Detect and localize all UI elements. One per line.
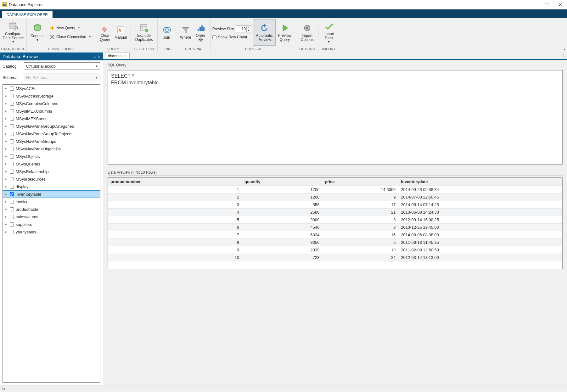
join-button[interactable]: Join [160, 19, 174, 46]
column-header-inventorydate[interactable]: inventorydate [398, 178, 562, 186]
tree-item-checkbox[interactable] [10, 192, 14, 196]
document-tab-dbdemo[interactable]: dbdemo ✕ [105, 53, 130, 59]
show-row-count-input[interactable] [212, 35, 216, 39]
table-row[interactable]: 76034162014-08-06 08:38:00 [108, 231, 562, 239]
table-row[interactable]: 92339132011-02-09 12:50:59 [108, 246, 562, 254]
column-header-productnumber[interactable]: productnumber [108, 178, 242, 186]
table-row[interactable]: 2120092014-07-08 22:50:45 [108, 193, 562, 201]
maximize-button[interactable]: ☐ [542, 2, 551, 7]
svg-rect-13 [201, 25, 203, 31]
tree-item-checkbox[interactable] [10, 124, 14, 128]
tree-item-label: MSysComplexColumns [16, 101, 58, 106]
tree-item-checkbox[interactable] [10, 102, 14, 106]
preview-query-button[interactable]: Preview Query [276, 19, 294, 46]
column-header-price[interactable]: price [322, 178, 398, 186]
tree-item-checkbox[interactable] [10, 147, 14, 151]
spinner-up-icon[interactable]: ▲ [247, 26, 251, 29]
table-row[interactable]: 3356172014-05-14 07:14:28 [108, 201, 562, 209]
import-data-button[interactable]: Import Data ▼ [320, 19, 337, 46]
browser-close-icon[interactable]: ⊙ ✕ [94, 55, 100, 59]
cell-productnumber: 7 [108, 231, 242, 239]
preview-size-spinner[interactable]: ▲▼ [236, 25, 251, 32]
collapse-ribbon-icon[interactable]: ▴ [564, 47, 565, 51]
tree-item-checkbox[interactable] [10, 87, 14, 91]
preview-size-input[interactable] [236, 25, 247, 32]
ribbon-tab-database-explorer[interactable]: DATABASE EXPLORER [2, 11, 53, 19]
table-row[interactable]: 10723242012-03-14 13:13:09 [108, 254, 562, 261]
table-row[interactable]: 1170014.50002014-09-23 09:38:34 [108, 186, 562, 193]
tab-close-icon[interactable]: ✕ [124, 54, 127, 58]
tree-item-checkbox[interactable] [10, 230, 14, 234]
spinner-down-icon[interactable]: ▼ [247, 29, 251, 32]
clear-query-label: Clear Query [98, 34, 113, 42]
tree-item-display[interactable]: ▶display [3, 183, 100, 190]
tree-item-checkbox[interactable] [10, 222, 14, 227]
close-connection-button[interactable]: Close Connection ▼ [48, 33, 93, 41]
tree-item-msysqueries[interactable]: ▶MSysQueries [3, 160, 100, 168]
tree-item-msysaccessstorage[interactable]: ▶MSysAccessStorage [3, 92, 100, 100]
automatic-preview-button[interactable]: Automatic Preview [253, 19, 276, 46]
tree-item-checkbox[interactable] [10, 185, 14, 189]
tree-item-checkbox[interactable] [10, 117, 14, 121]
tree-item-msysobjects[interactable]: ▶MSysObjects [3, 153, 100, 160]
sql-editor[interactable]: SELECT * FROM inventorytable [108, 70, 563, 165]
tree-item-producttable[interactable]: ▶producttable [3, 205, 100, 213]
tree-item-checkbox[interactable] [10, 109, 14, 113]
tree-item-checkbox[interactable] [10, 154, 14, 159]
table-row[interactable]: 6454082013-12-25 19:45:00 [108, 224, 562, 231]
table-tree[interactable]: ▶MSysACEs▶MSysAccessStorage▶MSysComplexC… [3, 84, 100, 383]
tree-item-checkbox[interactable] [10, 170, 14, 174]
connect-button[interactable]: Connect ▼ [29, 19, 46, 46]
tree-item-checkbox[interactable] [10, 132, 14, 136]
tree-item-checkbox[interactable] [10, 200, 14, 204]
tree-item-checkbox[interactable] [10, 207, 14, 211]
cell-quantity: 2339 [242, 246, 322, 254]
tree-item-checkbox[interactable] [10, 177, 14, 181]
clear-query-button[interactable]: Clear Query [97, 19, 113, 46]
tree-item-msysnavpanegroupcategories[interactable]: ▶MSysNavPaneGroupCategories [3, 122, 100, 130]
tree-item-suppliers[interactable]: ▶suppliers [3, 221, 100, 228]
tree-item-msysnavpanegrouptoobjects[interactable]: ▶MSysNavPaneGroupToObjects [3, 130, 100, 137]
chevron-down-icon: ▼ [95, 76, 98, 79]
tree-item-salesvolume[interactable]: ▶salesvolume [3, 213, 100, 221]
tree-item-inventorytable[interactable]: ▶inventorytable [3, 190, 100, 198]
tree-item-msysimexspecs[interactable]: ▶MSysIMEXSpecs [3, 115, 100, 122]
cell-quantity: 2580 [242, 209, 322, 216]
tree-item-msysrelationships[interactable]: ▶MSysRelationships [3, 168, 100, 175]
where-button[interactable]: Where [178, 19, 193, 46]
tree-item-checkbox[interactable] [10, 215, 14, 219]
exclude-duplicates-button[interactable]: Exclude Duplicates [133, 19, 155, 46]
tree-item-msysnavpanegroups[interactable]: ▶MSysNavPaneGroups [3, 137, 100, 145]
tree-item-checkbox[interactable] [10, 94, 14, 98]
tab-options-icon[interactable]: ⊙ [561, 53, 564, 58]
tree-item-yearlysales[interactable]: ▶yearlysales [3, 228, 100, 236]
tree-item-msysaces[interactable]: ▶MSysACEs [3, 85, 100, 92]
column-header-quantity[interactable]: quantity [242, 178, 322, 186]
tree-item-label: salesvolume [16, 215, 38, 219]
chevron-right-icon: ▶ [5, 155, 8, 158]
import-options-button[interactable]: Import Options [298, 19, 316, 46]
configure-data-source-button[interactable]: Configure Data Source ▼ [2, 19, 25, 46]
tree-item-checkbox[interactable] [10, 162, 14, 166]
show-row-count-checkbox[interactable]: Show Row Count [212, 35, 251, 39]
first-page-icon[interactable]: |◀ [2, 387, 5, 390]
order-by-button[interactable]: Order By [193, 19, 208, 46]
data-preview-table[interactable]: productnumberquantitypriceinventorydate … [108, 177, 563, 269]
pencil-icon [116, 25, 126, 35]
table-row[interactable]: 5900032012-09-14 15:00:25 [108, 216, 562, 224]
tree-item-msyscomplexcolumns[interactable]: ▶MSysComplexColumns [3, 100, 100, 107]
manual-button[interactable]: Manual [113, 19, 129, 46]
tree-item-msysnavpaneobjectids[interactable]: ▶MSysNavPaneObjectIDs [3, 145, 100, 153]
tree-item-invoice[interactable]: ▶invoice [3, 198, 100, 205]
tree-item-msysresources[interactable]: ▶MSysResources [3, 175, 100, 183]
tree-item-msysimexcolumns[interactable]: ▶MSysIMEXColumns [3, 107, 100, 115]
minimize-button[interactable]: ― [529, 2, 537, 7]
chevron-right-icon: ▶ [5, 162, 8, 165]
tree-item-checkbox[interactable] [10, 139, 14, 143]
manual-label: Manual [115, 36, 127, 40]
close-button[interactable]: ✕ [556, 2, 564, 7]
new-query-button[interactable]: New Query ▼ [48, 24, 93, 32]
catalog-combo[interactable]: C:\tutorial.accdb ▼ [24, 62, 100, 70]
table-row[interactable]: 8835052011-06-18 11:45:35 [108, 239, 562, 246]
table-row[interactable]: 42580212013-06-08 14:24:33 [108, 209, 562, 216]
